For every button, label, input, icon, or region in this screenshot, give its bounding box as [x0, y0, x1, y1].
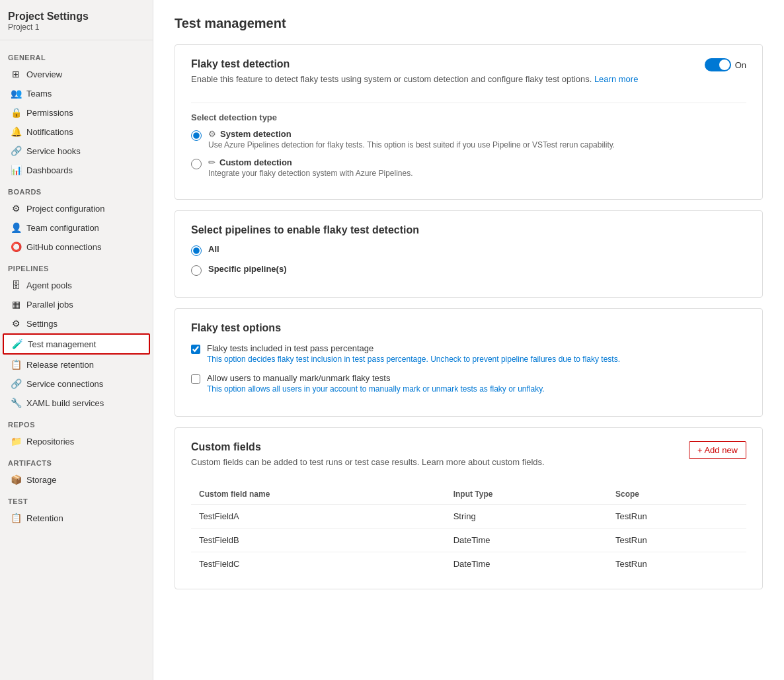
col-header-name: Custom field name	[191, 484, 446, 505]
flaky-toggle-container: On	[705, 58, 746, 71]
table-row: TestFieldAStringTestRun	[191, 505, 746, 529]
sidebar-item-label: Storage	[26, 475, 57, 485]
sidebar-item-xaml-build[interactable]: 🔧 XAML build services	[3, 394, 150, 412]
sidebar-item-project-configuration[interactable]: ⚙ Project configuration	[3, 199, 150, 218]
col-header-input-type: Input Type	[446, 484, 608, 505]
sidebar-item-settings[interactable]: ⚙ Settings	[3, 314, 150, 333]
custom-fields-desc: Custom fields can be added to test runs …	[191, 457, 545, 467]
sidebar-item-label: Permissions	[26, 108, 73, 118]
section-label-general: General	[0, 46, 153, 64]
test-management-icon: 🧪	[12, 339, 22, 349]
sidebar-item-repositories[interactable]: 📁 Repositories	[3, 432, 150, 450]
sidebar-item-label: Service hooks	[26, 146, 81, 156]
sidebar-item-test-management[interactable]: 🧪 Test management	[3, 333, 150, 355]
system-detection-radio[interactable]	[191, 130, 202, 141]
section-label-artifacts: Artifacts	[0, 451, 153, 470]
section-label-pipelines: Pipelines	[0, 257, 153, 275]
sidebar-item-label: Project configuration	[26, 204, 105, 214]
table-cell: DateTime	[446, 552, 608, 576]
sidebar-item-agent-pools[interactable]: 🗄 Agent pools	[3, 276, 150, 294]
sidebar-item-label: XAML build services	[26, 398, 104, 408]
specific-pipelines-label: Specific pipeline(s)	[208, 264, 286, 274]
sidebar-item-service-connections[interactable]: 🔗 Service connections	[3, 374, 150, 393]
release-retention-icon: 📋	[11, 359, 21, 370]
team-config-icon: 👤	[11, 222, 21, 233]
page-title: Test management	[175, 16, 763, 31]
manual-checkbox[interactable]	[191, 374, 200, 384]
flaky-options-title: Flaky test options	[191, 322, 746, 334]
sidebar-item-label: Repositories	[26, 437, 74, 446]
xaml-icon: 🔧	[11, 398, 21, 408]
settings-icon: ⚙	[11, 318, 21, 329]
table-cell: TestRun	[608, 552, 746, 576]
custom-detection-title: Custom detection	[219, 157, 292, 167]
sidebar-item-label: Agent pools	[26, 280, 72, 290]
included-checkbox[interactable]	[191, 345, 200, 354]
toggle-on-label: On	[735, 60, 746, 70]
sidebar-header: Project Settings Project 1	[0, 0, 153, 40]
sidebar-item-label: Retention	[26, 513, 63, 523]
project-config-icon: ⚙	[11, 203, 21, 214]
table-row: TestFieldCDateTimeTestRun	[191, 552, 746, 576]
system-detect-icon: ⚙	[208, 129, 216, 139]
sidebar-item-service-hooks[interactable]: 🔗 Service hooks	[3, 142, 150, 160]
sidebar-item-notifications[interactable]: 🔔 Notifications	[3, 122, 150, 141]
sidebar-item-dashboards[interactable]: 📊 Dashboards	[3, 161, 150, 179]
sidebar-item-permissions[interactable]: 🔒 Permissions	[3, 103, 150, 122]
custom-detection-content: ✏ Custom detection Integrate your flaky …	[208, 157, 413, 178]
sidebar-item-overview[interactable]: ⊞ Overview	[3, 65, 150, 83]
divider	[191, 103, 746, 103]
sidebar-item-release-retention[interactable]: 📋 Release retention	[3, 355, 150, 374]
flaky-detection-title: Flaky test detection	[191, 58, 705, 70]
sidebar-item-label: Notifications	[26, 127, 73, 137]
system-detection-title: System detection	[220, 129, 292, 139]
sidebar-item-label: Parallel jobs	[26, 300, 73, 310]
table-cell: TestFieldC	[191, 552, 446, 576]
custom-detect-icon: ✏	[208, 157, 216, 167]
sidebar-item-label: GitHub connections	[26, 242, 101, 252]
table-cell: TestRun	[608, 505, 746, 529]
overview-icon: ⊞	[11, 69, 21, 79]
service-hooks-icon: 🔗	[11, 146, 21, 156]
service-connections-icon: 🔗	[11, 378, 21, 389]
learn-more-link[interactable]: Learn more	[594, 74, 638, 84]
section-label-repos: Repos	[0, 413, 153, 431]
sidebar-item-parallel-jobs[interactable]: ▦ Parallel jobs	[3, 295, 150, 314]
sidebar-item-teams[interactable]: 👥 Teams	[3, 84, 150, 103]
table-row: TestFieldBDateTimeTestRun	[191, 529, 746, 552]
manual-label: Allow users to manually mark/unmark flak…	[207, 373, 545, 383]
flaky-toggle[interactable]	[705, 58, 731, 71]
custom-fields-header: Custom fields Custom fields can be added…	[191, 441, 746, 476]
all-pipelines-radio[interactable]	[191, 245, 202, 256]
sidebar-subtitle: Project 1	[8, 22, 145, 32]
custom-fields-table: Custom field name Input Type Scope TestF…	[191, 484, 746, 575]
repositories-icon: 📁	[11, 436, 21, 446]
select-pipelines-card: Select pipelines to enable flaky test de…	[175, 210, 763, 298]
github-icon: ⭕	[11, 241, 21, 252]
custom-detection-radio[interactable]	[191, 159, 202, 169]
add-new-button[interactable]: + Add new	[689, 441, 746, 459]
storage-icon: 📦	[11, 474, 21, 485]
manual-option: Allow users to manually mark/unmark flak…	[191, 373, 746, 394]
flaky-detection-desc: Enable this feature to detect flaky test…	[191, 74, 705, 84]
table-cell: DateTime	[446, 529, 608, 552]
specific-pipelines-radio[interactable]	[191, 265, 202, 276]
all-pipelines-label: All	[208, 244, 219, 254]
sidebar-item-label: Service connections	[26, 379, 103, 389]
sidebar-item-github-connections[interactable]: ⭕ GitHub connections	[3, 237, 150, 256]
system-detection-desc: Use Azure Pipelines detection for flaky …	[208, 140, 615, 149]
sidebar-item-label: Teams	[26, 89, 52, 99]
col-header-scope: Scope	[608, 484, 746, 505]
sidebar-item-retention[interactable]: 📋 Retention	[3, 509, 150, 527]
parallel-jobs-icon: ▦	[11, 299, 21, 310]
flaky-detection-card: Flaky test detection Enable this feature…	[175, 44, 763, 200]
sidebar-item-storage[interactable]: 📦 Storage	[3, 470, 150, 489]
sidebar-item-team-configuration[interactable]: 👤 Team configuration	[3, 218, 150, 237]
custom-detection-desc: Integrate your flaky detection system wi…	[208, 169, 413, 178]
detection-type-label: Select detection type	[191, 112, 746, 122]
specific-pipelines-option: Specific pipeline(s)	[191, 264, 746, 276]
teams-icon: 👥	[11, 88, 21, 99]
manual-desc: This option allows all users in your acc…	[207, 384, 545, 394]
retention-icon: 📋	[11, 513, 21, 523]
dashboards-icon: 📊	[11, 165, 21, 175]
